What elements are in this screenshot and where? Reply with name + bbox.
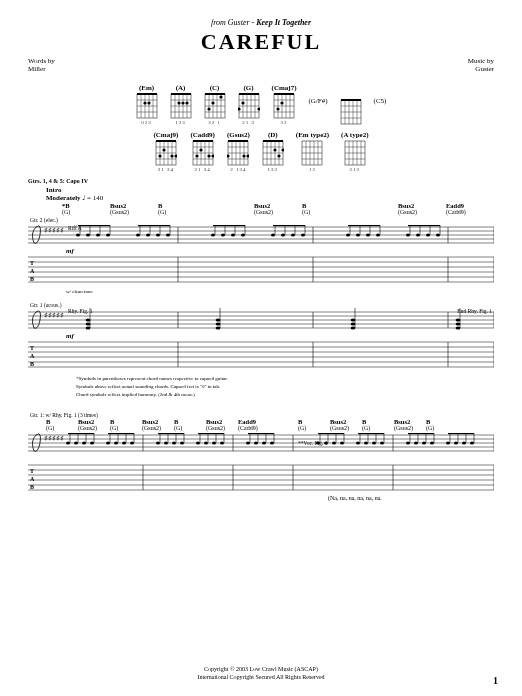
svg-text:A: A [30,476,35,482]
svg-point-169 [301,233,305,236]
svg-point-158 [221,233,225,236]
credits: Words by Miller Music by Guster [28,57,494,74]
chord-diagram: (G)21 3 [238,84,260,125]
svg-point-327 [446,441,450,444]
svg-point-266 [122,441,126,444]
chord-diagram: (Cadd9)21 34 [190,131,215,172]
svg-point-77 [162,148,165,151]
svg-text:T: T [30,345,34,351]
svg-point-114 [273,148,276,151]
staff-tab-icon: ♯♯♯♯♯ TAB [28,431,494,493]
svg-point-139 [76,233,80,236]
svg-point-22 [185,101,188,104]
song-title: CAREFUL [28,29,494,55]
svg-point-311 [372,441,376,444]
chord-diagram: (Cmaj7)32 [272,84,297,125]
words-by-label: Words by [28,57,55,65]
music-by: Guster [468,65,494,73]
svg-point-20 [177,101,180,104]
copyright: Copyright © 2003 Low Crawl Music (ASCAP)… [0,666,522,682]
svg-point-141 [96,233,100,236]
svg-rect-259 [68,433,94,434]
svg-point-176 [356,233,360,236]
system-3: Gtr. 1: w/ Rhy. Fig. 1 (3 times) BBsus2B… [28,412,494,501]
svg-point-226 [351,326,356,329]
riff-a-label: Riff A [68,225,82,231]
svg-point-90 [199,148,202,151]
svg-rect-268 [108,433,134,434]
svg-point-255 [66,441,70,444]
svg-point-184 [406,233,410,236]
svg-point-225 [351,322,356,325]
svg-point-302 [332,441,336,444]
chord-symbols-row: BBsus2BBsus2BBsus2Eadd9BBsus2BBsus2B [46,418,494,425]
from-line: from Guster - Keep It Together [28,18,494,27]
svg-point-217 [86,322,91,325]
svg-text:♯♯♯♯♯: ♯♯♯♯♯ [44,311,64,320]
svg-point-91 [207,154,210,157]
svg-point-166 [271,233,275,236]
svg-text:T: T [30,468,34,474]
svg-point-56 [276,107,279,110]
svg-point-256 [74,441,78,444]
svg-point-284 [212,441,216,444]
svg-point-319 [414,441,418,444]
svg-point-160 [241,233,245,236]
svg-point-222 [216,326,221,329]
svg-rect-322 [408,433,434,434]
svg-point-294 [270,441,274,444]
svg-point-89 [195,154,198,157]
rhy-fig-1-end: End Rhy. Fig. 1 [457,308,492,314]
svg-point-34 [219,95,222,98]
chord-diagram: (Gsus2)2 134 [227,131,250,172]
chord-diagram: (Cmaj9)21 34 [153,131,178,172]
footnote-2: Symbols above reflect actual sounding ch… [76,384,494,390]
svg-point-273 [156,441,160,444]
svg-point-258 [90,441,94,444]
svg-point-230 [456,326,461,329]
svg-text:T: T [30,260,34,266]
svg-point-148 [136,233,140,236]
svg-rect-295 [248,433,274,434]
svg-text:♯♯♯♯♯: ♯♯♯♯♯ [44,434,64,443]
svg-point-283 [204,441,208,444]
svg-point-92 [211,154,214,157]
tempo-marking: Moderately ♩ = 140 [46,194,494,202]
chord-label-c5: (C5) [374,97,387,111]
svg-point-221 [216,322,221,325]
svg-rect-152 [138,225,170,226]
svg-point-140 [86,233,90,236]
svg-point-159 [231,233,235,236]
svg-point-321 [430,441,434,444]
lyrics-na: (Na, na, na, na, na, na. [328,495,494,501]
svg-point-104 [247,154,250,157]
rhy-fig-1-label: Rhy. Fig. 1 [68,308,92,314]
svg-text:B: B [30,484,34,490]
svg-point-285 [220,441,224,444]
svg-point-167 [281,233,285,236]
clean-tone-label: w/ clean tone [66,289,494,294]
svg-point-76 [158,154,161,157]
svg-rect-313 [358,433,384,434]
svg-point-178 [376,233,380,236]
svg-point-291 [246,441,250,444]
svg-point-185 [416,233,420,236]
voc-fig-1-label: **Voc. Fig. 1 [298,440,328,446]
system-1-gtr2: Gtr. 2 (elec.) Riff A ♯♯♯♯♯ TAB mf w/ cl… [28,217,494,294]
chord-diagram-block: (Em)023 (A)123 (C)32 1 (G)21 3 (Cmaj7)32… [91,84,431,172]
svg-rect-161 [213,225,245,226]
svg-point-116 [281,148,284,151]
svg-rect-179 [348,225,380,226]
svg-rect-277 [158,433,184,434]
dynamic-mf: mf [66,247,74,255]
svg-rect-286 [198,433,224,434]
svg-point-79 [174,154,177,157]
section-intro: Intro [46,186,494,194]
svg-point-157 [211,233,215,236]
svg-point-103 [243,154,246,157]
svg-point-267 [130,441,134,444]
dynamic-mf: mf [66,332,74,340]
svg-point-330 [470,441,474,444]
svg-point-229 [456,322,461,325]
chord-diagram: (A)123 [170,84,192,125]
